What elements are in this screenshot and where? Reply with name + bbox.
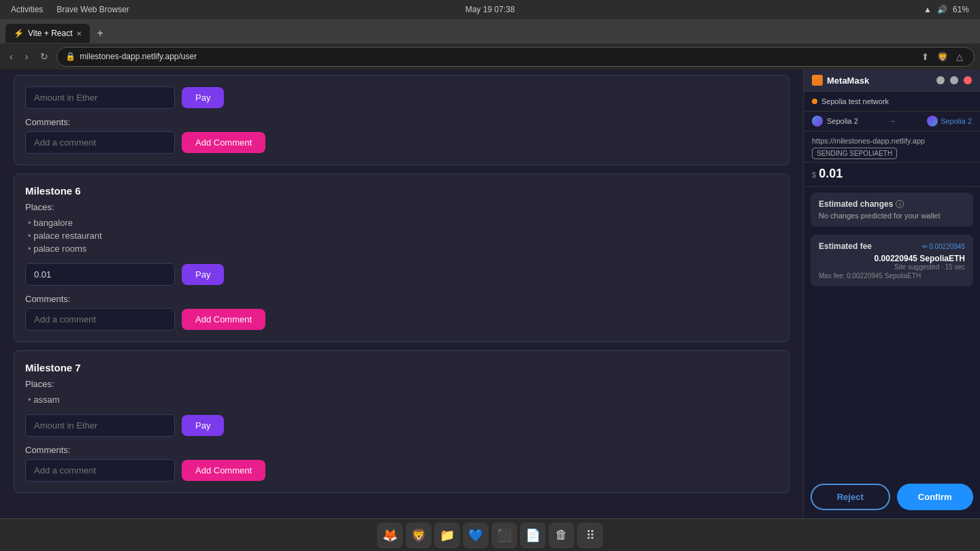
partial-amount-row: Pay xyxy=(25,86,778,109)
mm-actions: Reject Confirm xyxy=(804,475,980,518)
browser-chrome: ⚡ Vite + React ✕ + ‹ › ↻ 🔒 milestones-da… xyxy=(0,19,980,69)
back-button[interactable]: ‹ xyxy=(5,50,17,63)
vscode-icon[interactable]: 💙 xyxy=(463,522,489,548)
milestone-6-amount-row: Pay xyxy=(25,263,778,286)
from-account-avatar xyxy=(812,116,823,127)
partial-pay-button[interactable]: Pay xyxy=(182,87,224,108)
milestone-7-amount-input[interactable] xyxy=(25,414,175,437)
os-activities[interactable]: Activities xyxy=(11,5,43,14)
brave-shield-icon[interactable]: 🦁 xyxy=(934,50,951,63)
notes-icon[interactable]: 📄 xyxy=(520,522,546,548)
mm-fee-amount-small: 0.00220945 xyxy=(929,243,965,250)
partial-comments-label: Comments: xyxy=(25,117,778,127)
browser-tab-active[interactable]: ⚡ Vite + React ✕ xyxy=(5,24,90,43)
mm-confirm-button[interactable]: Confirm xyxy=(897,484,974,510)
partial-add-comment-button[interactable]: Add Comment xyxy=(182,132,265,153)
brave-icon[interactable]: 🦁 xyxy=(406,522,431,548)
list-item: palace restaurant xyxy=(25,229,778,242)
milestone-6-places-label: Places: xyxy=(25,202,778,212)
os-datetime: May 19 07:38 xyxy=(466,5,515,14)
mm-maximize-button[interactable] xyxy=(950,76,958,84)
transfer-arrow-icon: → xyxy=(889,117,896,125)
mm-estimated-changes: Estimated changes i No changes predicted… xyxy=(811,193,973,227)
new-tab-button[interactable]: + xyxy=(93,27,107,39)
mm-accounts-row: Sepolia 2 → Sepolia 2 xyxy=(804,112,980,131)
taskbar: 🦊 🦁 📁 💙 ⬛ 📄 🗑 ⠿ xyxy=(0,518,980,551)
mm-amount-value: 0.01 xyxy=(819,167,843,181)
milestone-7-pay-button[interactable]: Pay xyxy=(182,415,224,436)
list-item: assam xyxy=(25,393,778,406)
mm-close-button[interactable] xyxy=(964,76,972,84)
partial-milestone-card: Pay Comments: Add Comment xyxy=(14,75,789,165)
mm-no-changes-text: No changes predicted for your wallet xyxy=(819,212,965,220)
pencil-icon: ✏ xyxy=(922,243,928,250)
partial-comment-input[interactable] xyxy=(25,131,175,154)
main-area: Pay Comments: Add Comment Milestone 6 Pl… xyxy=(0,69,980,518)
milestone-6-card: Milestone 6 Places: bangalore palace res… xyxy=(14,173,789,342)
milestone-6-add-comment-button[interactable]: Add Comment xyxy=(182,309,265,330)
volume-icon: 🔊 xyxy=(937,5,947,14)
browser-extension-icons: ⬆ 🦁 △ xyxy=(919,50,966,63)
mm-minimize-button[interactable] xyxy=(936,76,945,84)
milestone-7-comment-input[interactable] xyxy=(25,459,175,482)
os-topbar: Activities Brave Web Browser May 19 07:3… xyxy=(0,0,980,19)
list-item: palace rooms xyxy=(25,242,778,255)
milestone-6-comments-label: Comments: xyxy=(25,294,778,304)
trash-icon[interactable]: 🗑 xyxy=(549,522,574,548)
browser-tabbar: ⚡ Vite + React ✕ + xyxy=(0,19,980,44)
milestone-7-add-comment-button[interactable]: Add Comment xyxy=(182,460,265,481)
partial-comment-row: Add Comment xyxy=(25,131,778,154)
address-bar[interactable]: 🔒 milestones-dapp.netlify.app/user ⬆ 🦁 △ xyxy=(56,47,975,67)
mm-to-account: Sepolia 2 xyxy=(927,116,972,127)
forward-button[interactable]: › xyxy=(21,50,33,63)
milestone-7-title: Milestone 7 xyxy=(25,362,778,373)
apps-icon[interactable]: ⠿ xyxy=(577,522,603,548)
mm-amount-display: $ 0.01 xyxy=(804,163,980,187)
files-icon[interactable]: 📁 xyxy=(434,522,460,548)
tab-favicon: ⚡ xyxy=(14,29,24,38)
from-account-name: Sepolia 2 xyxy=(827,117,858,125)
share-icon[interactable]: ⬆ xyxy=(919,50,932,63)
battery-indicator: 61% xyxy=(953,5,969,14)
mm-dollar-sign: $ xyxy=(812,171,816,179)
info-icon[interactable]: i xyxy=(896,200,904,208)
mm-titlebar: MetaMask xyxy=(804,69,980,92)
milestone-6-pay-button[interactable]: Pay xyxy=(182,264,224,285)
firefox-icon[interactable]: 🦊 xyxy=(377,522,403,548)
mm-title-group: MetaMask xyxy=(812,75,869,86)
milestone-7-places-label: Places: xyxy=(25,379,778,389)
to-account-avatar xyxy=(927,116,938,127)
mm-fee-edit[interactable]: ✏ 0.00220945 xyxy=(922,243,965,250)
tab-close-button[interactable]: ✕ xyxy=(76,30,82,37)
brave-rewards-icon[interactable]: △ xyxy=(953,50,966,63)
milestone-6-title: Milestone 6 xyxy=(25,185,778,197)
mm-fee-max-row: Max fee: 0.00220945 SepoliaETH xyxy=(819,272,965,280)
mm-network-name: Sepolia test network xyxy=(821,97,889,105)
milestone-6-comment-input[interactable] xyxy=(25,308,175,331)
metamask-panel: MetaMask Sepolia test network Sepolia 2 … xyxy=(803,69,980,518)
mm-estimated-fee: Estimated fee ✏ 0.00220945 0.00220945 Se… xyxy=(811,235,973,286)
metamask-logo xyxy=(812,75,823,86)
browser-content: Pay Comments: Add Comment Milestone 6 Pl… xyxy=(0,69,803,518)
terminal-icon[interactable]: ⬛ xyxy=(491,522,517,548)
network-status-dot xyxy=(812,99,817,104)
mm-fee-max-value: 0.00220945 SepoliaETH xyxy=(847,272,921,280)
mm-reject-button[interactable]: Reject xyxy=(811,484,890,510)
milestone-6-amount-input[interactable] xyxy=(25,263,175,286)
url-text: milestones-dapp.netlify.app/user xyxy=(80,52,915,61)
mm-sending-badge: SENDING SEPOLIAETH xyxy=(812,148,897,159)
browser-toolbar: ‹ › ↻ 🔒 milestones-dapp.netlify.app/user… xyxy=(0,44,980,69)
reload-button[interactable]: ↻ xyxy=(36,50,52,63)
mm-fee-site-suggested: Site suggested · 15 sec xyxy=(819,263,965,271)
milestone-7-amount-row: Pay xyxy=(25,414,778,437)
milestone-7-places-list: assam xyxy=(25,393,778,406)
mm-site-url: https://milestones-dapp.netlify.app SEND… xyxy=(804,131,980,163)
milestone-6-places-list: bangalore palace restaurant palace rooms xyxy=(25,216,778,255)
milestone-7-card: Milestone 7 Places: assam Pay Comments: … xyxy=(14,350,789,493)
partial-amount-input[interactable] xyxy=(25,86,175,109)
list-item: bangalore xyxy=(25,216,778,229)
mm-fee-label: Estimated fee xyxy=(819,241,872,251)
mm-site-url-text: https://milestones-dapp.netlify.app xyxy=(812,137,972,145)
to-account-name: Sepolia 2 xyxy=(941,117,972,125)
os-topbar-left: Activities Brave Web Browser xyxy=(11,5,129,14)
